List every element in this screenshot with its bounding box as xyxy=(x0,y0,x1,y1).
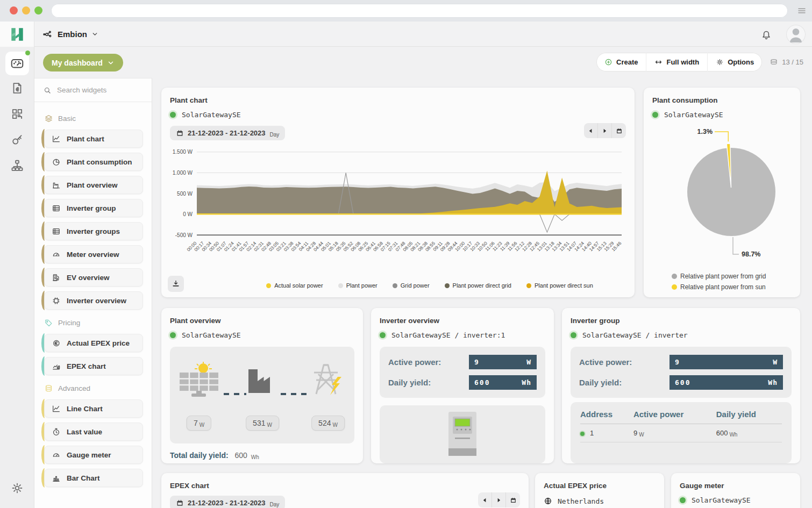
plus-circle-icon xyxy=(604,58,612,66)
card-title: EPEX chart xyxy=(170,482,520,490)
kv-label: Daily yield: xyxy=(388,378,469,387)
dashboard-selector-button[interactable]: My dashboard xyxy=(43,54,123,71)
gauge-icon xyxy=(52,450,61,460)
widget-item-epex-chart[interactable]: EPEX chart xyxy=(44,357,143,375)
notifications-bell-icon[interactable] xyxy=(760,28,772,40)
widget-item-inverter-overview[interactable]: Inverter overview xyxy=(44,291,143,310)
topbar-right xyxy=(760,22,806,47)
svg-text:0 W: 0 W xyxy=(183,211,193,217)
widget-item-bar-chart[interactable]: Bar Chart xyxy=(44,469,143,487)
arrow-left-icon xyxy=(481,497,488,504)
prev-period-button[interactable] xyxy=(478,492,492,507)
item-accent xyxy=(41,129,48,148)
create-button[interactable]: Create xyxy=(596,53,646,71)
svg-text:500 W: 500 W xyxy=(177,191,193,197)
app-root: Embion My dashboard Create xyxy=(0,22,812,508)
line-chart-icon xyxy=(52,404,61,413)
arrows-horizontal-icon xyxy=(654,58,663,66)
widget-item-plant-consumption[interactable]: Plant consumption xyxy=(44,153,143,171)
calendar-jump-button[interactable] xyxy=(506,492,520,507)
next-period-button[interactable] xyxy=(492,492,506,507)
user-avatar[interactable] xyxy=(786,25,806,44)
inverter-table: AddressActive powerDaily yield 19W600Wh xyxy=(580,410,782,442)
download-chart-button[interactable] xyxy=(168,276,184,292)
widget-item-ev-overview[interactable]: EV overview xyxy=(44,268,143,287)
org-name: Embion xyxy=(58,30,87,39)
key-icon[interactable] xyxy=(10,133,24,147)
widget-item-gauge-meter[interactable]: Gauge meter xyxy=(44,446,143,464)
device-name: SolarGatewaySE xyxy=(182,331,241,339)
traffic-zoom-button[interactable] xyxy=(34,6,42,15)
card-plant-overview: Plant overview SolarGatewaySE xyxy=(161,308,363,463)
widget-item-label: EV overview xyxy=(67,274,110,282)
layers-icon xyxy=(44,114,53,123)
section-label: Basic xyxy=(58,115,76,123)
cell-address: 1 xyxy=(580,424,633,442)
browser-menu-icon[interactable] xyxy=(797,6,807,16)
kv-value-box: 600Wh xyxy=(669,375,783,390)
date-range-label: 21-12-2023 - 21-12-2023 xyxy=(188,499,266,507)
widget-item-line-chart[interactable]: Line Chart xyxy=(44,399,143,418)
item-accent xyxy=(41,198,48,217)
widget-item-plant-chart[interactable]: Plant chart xyxy=(44,130,143,148)
status-dot xyxy=(170,332,176,338)
sitemap-icon[interactable] xyxy=(10,159,24,173)
prev-period-button[interactable] xyxy=(584,123,598,138)
region-name: Netherlands xyxy=(558,497,604,505)
traffic-minimize-button[interactable] xyxy=(22,6,30,15)
item-accent xyxy=(41,291,48,310)
date-range-picker[interactable]: 21-12-2023 - 21-12-2023 Day xyxy=(170,126,285,140)
widget-item-plant-overview[interactable]: Plant overview xyxy=(44,176,143,194)
app-logo[interactable] xyxy=(0,22,34,47)
card-inverter-overview: Inverter overview SolarGatewaySE / inver… xyxy=(371,308,554,463)
svg-text:1.000 W: 1.000 W xyxy=(173,170,193,176)
widget-item-meter-overview[interactable]: Meter overview xyxy=(44,245,143,263)
widget-item-inverter-group[interactable]: Inverter group xyxy=(44,199,143,217)
sidebar-sections: BasicPlant chartPlant consumptionPlant o… xyxy=(34,102,152,487)
total-daily-yield-value: 600 xyxy=(235,451,247,460)
device-name: SolarGatewaySE / inverter:1 xyxy=(391,331,505,339)
options-button[interactable]: Options xyxy=(708,53,762,71)
legend-dot xyxy=(672,284,677,290)
search-input[interactable] xyxy=(57,86,138,94)
flow-connector xyxy=(281,393,309,395)
solar-panel-icon xyxy=(176,362,222,397)
device-name: SolarGatewaySE xyxy=(692,496,751,504)
widgets-grid-icon[interactable] xyxy=(10,107,24,121)
legend-item-relative-plant-power-from-grid: Relative plant power from grid xyxy=(672,273,766,280)
legend-item-grid-power: Grid power xyxy=(393,282,430,289)
dashboard-selector-label: My dashboard xyxy=(52,59,103,67)
settings-gear-icon[interactable] xyxy=(10,481,24,495)
date-range-picker[interactable]: 21-12-2023 - 21-12-2023 Day xyxy=(170,496,285,508)
logo-h-icon xyxy=(9,26,25,42)
device-row: SolarGatewaySE / inverter:1 xyxy=(380,331,545,339)
rail-item-dashboard[interactable] xyxy=(5,52,29,75)
calendar-icon xyxy=(176,499,184,507)
dashboard-content: Plant chart SolarGatewaySE 21-12-2023 - … xyxy=(152,78,812,508)
widget-item-actual-epex-price[interactable]: Actual EPEX price xyxy=(44,334,143,352)
grid-tower-icon xyxy=(309,361,346,397)
card-gauge-meter: Gauge meter SolarGatewaySE xyxy=(671,473,800,508)
org-switcher[interactable]: Embion xyxy=(42,22,98,47)
kv-value: 600 xyxy=(474,378,490,387)
calendar-jump-button[interactable] xyxy=(612,123,626,138)
legend-dot xyxy=(266,283,271,288)
widget-item-label: Gauge meter xyxy=(67,451,111,459)
kv-label: Daily yield: xyxy=(579,378,669,387)
item-accent xyxy=(41,175,48,194)
traffic-close-button[interactable] xyxy=(10,6,18,15)
kv-row-daily-yield-: Daily yield:600Wh xyxy=(388,375,537,390)
card-title: Gauge meter xyxy=(680,482,792,490)
kv-label: Active power: xyxy=(579,357,669,367)
widget-item-last-value[interactable]: Last value xyxy=(44,423,143,441)
calendar-icon xyxy=(510,497,517,504)
full-width-button[interactable]: Full width xyxy=(646,53,708,71)
widget-item-inverter-groups[interactable]: Inverter groups xyxy=(44,222,143,240)
invoice-icon[interactable] xyxy=(10,81,24,95)
next-period-button[interactable] xyxy=(598,123,612,138)
price-tag-icon xyxy=(52,339,61,348)
kv-value-box: 600Wh xyxy=(469,375,537,390)
url-bar[interactable] xyxy=(51,4,788,18)
item-accent xyxy=(41,152,48,171)
widget-item-label: Meter overview xyxy=(67,251,119,259)
